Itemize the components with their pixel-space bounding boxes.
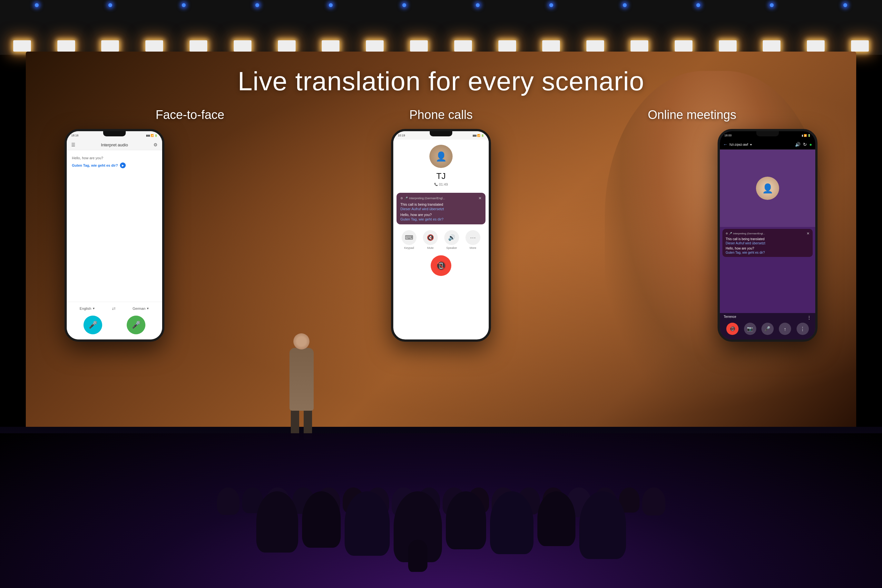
blue-dot	[255, 3, 259, 7]
phone1-play-icon[interactable]: ▶	[120, 162, 126, 168]
phone3-participant-avatar: 👤	[756, 177, 779, 200]
phone3-end-call-btn[interactable]: 📵	[726, 323, 738, 335]
audience-front-row	[0, 491, 882, 562]
light-fixture	[176, 40, 220, 52]
light-fixture	[530, 40, 573, 52]
fixture-bulb	[13, 40, 31, 52]
phone3-trans-mic-icon: 🎤	[729, 232, 732, 235]
light-fixture	[397, 40, 441, 52]
light-fixture	[220, 40, 265, 52]
light-fixture	[706, 40, 750, 52]
light-fixture	[794, 40, 838, 52]
fixture-bulb	[675, 40, 693, 52]
slide-title: Live translation for every scenario	[238, 66, 644, 96]
phone1-language-row: English ▼ ⇄ German ▼	[71, 306, 158, 311]
presenter-head	[293, 333, 309, 350]
fixture-bulb	[146, 40, 163, 52]
light-fixture	[750, 40, 794, 52]
fixture-bulb	[498, 40, 516, 52]
light-fixture	[573, 40, 617, 52]
phone3-trans-msg1-de: Dieser Aufruf wird übersetzt	[726, 242, 810, 245]
phone2-trans-close-icon[interactable]: ✕	[478, 196, 482, 201]
blue-dot	[549, 3, 553, 7]
phone1-settings-icon[interactable]: ⚙	[153, 142, 158, 147]
light-fixture	[617, 40, 662, 52]
phone3-trans-msg1: This call is being translated	[726, 237, 810, 241]
phone3-control-buttons: 📵 📷 🎤 ↑ ⋮	[724, 323, 812, 335]
phone3-camera-btn[interactable]: 📷	[744, 323, 756, 335]
light-fixture	[838, 40, 882, 52]
light-fixture	[441, 40, 485, 52]
fixture-bulb	[807, 40, 825, 52]
phone1-swap-icon[interactable]: ⇄	[112, 306, 116, 311]
phone1-time: 18:16	[71, 134, 79, 137]
phone3-more-icon[interactable]: ●	[810, 142, 812, 147]
phone1-header: ☰ Interpret audio ⚙	[67, 140, 162, 150]
phone3-signal: ▮ 📶 🔋	[802, 134, 811, 137]
light-fixture	[265, 40, 309, 52]
phone3-back-icon[interactable]: ←	[723, 142, 728, 147]
phone3-trans-msg2-de: Guten Tag, wie geht es dir?	[726, 251, 810, 254]
phone1-lang-left[interactable]: English ▼	[80, 307, 95, 310]
fixture-bulb	[322, 40, 339, 52]
phone3-meeting-header: ← hzi-zqwz-awf ▾ 🔊 ↻ ●	[720, 140, 815, 150]
phone3-notch	[756, 131, 779, 136]
fixture-bulb	[542, 40, 560, 52]
phone2-caller-section: 👤 TJ 📞 01:49	[393, 140, 489, 192]
phone2-trans-msg2: Hello, how are you?	[400, 213, 482, 217]
phone2-speaker-btn[interactable]: 🔊 Speaker	[444, 230, 459, 249]
phone2-mute-btn[interactable]: 🔇 Mute	[423, 230, 438, 249]
phone2-trans-icon: ⚙	[400, 196, 403, 200]
phone2-keypad-btn[interactable]: ⌨ Keypad	[402, 230, 417, 249]
phones-row: 18:16 ▮▮▮ 📶 🔋 ☰ Interpret audio ⚙ Hello,…	[64, 129, 818, 342]
blue-dot	[329, 3, 333, 7]
phone3-overflow-btn[interactable]: ⋮	[796, 323, 809, 335]
audience-head-large	[537, 491, 575, 546]
phone2-keypad-label: Keypad	[404, 246, 414, 249]
phone1-mic-right-btn[interactable]: 🎤	[127, 316, 146, 334]
phone1-lang-right[interactable]: German ▼	[132, 307, 149, 310]
screen-content: Live translation for every scenario Face…	[26, 52, 856, 474]
phone1-lang-right-text: German	[132, 307, 146, 310]
phone1-lang-left-text: English	[80, 307, 91, 310]
presenter-body	[290, 348, 314, 411]
phone3-settings-icon[interactable]: ↻	[803, 142, 807, 147]
audience-head-large	[345, 491, 390, 556]
phone2-trans-msg2-de: Guten Tag, wie geht es dir?	[400, 217, 482, 221]
scenario-label-1: Face-to-face	[156, 108, 224, 122]
light-fixture	[485, 40, 530, 52]
fixture-bulb	[410, 40, 428, 52]
light-fixture	[132, 40, 176, 52]
blue-dot	[402, 3, 406, 7]
blue-accent-lights	[0, 3, 882, 7]
phone3-expand-icon[interactable]: ▾	[750, 143, 752, 146]
blue-dot	[35, 3, 39, 7]
phone3-trans-close-icon[interactable]: ✕	[807, 231, 810, 236]
phone2-call-time-row: 📞 01:49	[434, 183, 448, 186]
phone3-meeting-area: 👤	[720, 150, 815, 227]
fixture-bulb	[366, 40, 384, 52]
phone1-bottom-controls: English ▼ ⇄ German ▼ 🎤 🎤	[67, 302, 162, 339]
phone1-mic-left-btn[interactable]: 🎤	[84, 316, 102, 334]
phone3-translation-card: ⚙ 🎤 Interpreting (German/Engl... ✕ This …	[722, 229, 813, 257]
light-fixture	[88, 40, 132, 52]
phone3-screen-share-icon[interactable]: 🔊	[795, 142, 801, 147]
audience-head-center	[394, 491, 442, 562]
phone3-mic-btn[interactable]: 🎤	[761, 323, 774, 335]
phone3-trans-icon: ⚙	[726, 232, 728, 235]
fixture-bulb	[763, 40, 780, 52]
phone2-trans-header-left: ⚙ 🎤 Interpreting (German/Engl...	[400, 196, 445, 200]
phone3-more-options-icon[interactable]: ⋮	[807, 315, 812, 320]
light-fixture	[0, 40, 44, 52]
phone3-trans-header: ⚙ 🎤 Interpreting (German/Engl... ✕	[726, 231, 810, 236]
fixture-bulb	[234, 40, 252, 52]
phone2-end-call-btn[interactable]: 📵	[430, 255, 452, 276]
phone3-share-btn[interactable]: ↑	[779, 323, 791, 335]
phone2-mockup: 10:19 ▮▮▮ 📶 🔋 👤 TJ 📞 01:49	[391, 129, 491, 342]
phone1-menu-icon[interactable]: ☰	[71, 142, 75, 147]
scenario-phone-calls: Phone calls	[316, 108, 567, 122]
phone2-end-call-area: 📵	[393, 252, 489, 282]
phone2-call-controls: ⌨ Keypad 🔇 Mute 🔊 Speaker ⋯ More	[393, 226, 489, 252]
phone2-more-btn[interactable]: ⋯ More	[465, 230, 480, 249]
fixture-bulb	[57, 40, 75, 52]
